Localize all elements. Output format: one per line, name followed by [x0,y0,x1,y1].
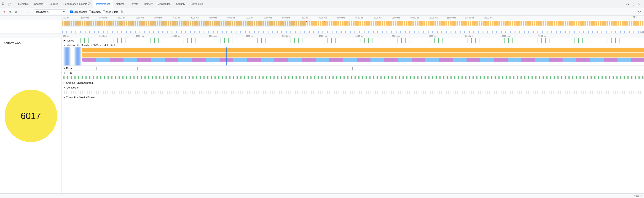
ruler-tick-7000: 7000 ms [300,17,319,19]
compositor-label[interactable]: ▼ Compositor [62,85,79,90]
gpu-arrow[interactable]: ▼ [64,72,66,74]
ruler-tick-4500: 4500 ms [209,17,227,19]
main-thread-label-text: Main — http://localhost:8080/schedule.ht… [66,44,114,47]
ruler-tick-11500: 11500 ms [465,17,484,19]
compositor-label-text: Compositor [66,86,79,89]
screenshots-label[interactable]: Screenshots [70,10,87,13]
web-vitals-checkbox[interactable] [103,10,106,13]
memory-checkbox[interactable] [89,10,92,13]
tab-performance-insights[interactable]: Performance insights ⚡ [61,0,93,8]
tab-security[interactable]: Security [173,0,188,8]
close-devtools-icon[interactable]: ✕ [637,1,642,7]
detail-ruler-6000: 6000 ms [465,35,502,37]
gpu-header: ▼ GPU [62,71,644,75]
main-task-orange-2 [82,53,644,58]
tab-elements[interactable]: Elements [15,0,31,8]
detail-ruler-3500: 3500 ms [282,35,319,37]
raster-tick-7 [517,67,517,70]
clear-button[interactable]: ⊘ [14,9,18,14]
record-button[interactable]: ● [2,9,6,14]
overview-area[interactable]: CPU NET [0,20,644,34]
raster-arrow[interactable]: ▶ [64,67,65,69]
ruler-tick-8000: 8000 ms [337,17,356,19]
ruler-tick-11000: 11000 ms [447,17,465,19]
svg-rect-3 [10,3,11,5]
web-vitals-label[interactable]: Web Vitals [103,10,118,13]
ruler-tick-7500: 7500 ms [319,17,337,19]
chrome-child-label[interactable]: ▶ Chrome_ChildIOThread [62,80,93,85]
chrome-child-arrow[interactable]: ▶ [64,82,65,84]
threadpool-arrow[interactable]: ▶ [64,96,65,99]
raster-content [74,66,644,71]
frames-content [64,38,644,43]
detail-ruler-1000: 1000 ms [99,35,136,37]
memory-checkbox-group: Memory [89,10,101,13]
reload-record-button[interactable]: ↺ [8,9,12,14]
chrome-child-tick [143,81,144,84]
detail-ruler-3000: 3000 ms [246,35,282,37]
tab-console[interactable]: Console [31,0,46,8]
threadpool-label-text: ThreadPoolServiceThread [66,96,95,99]
toolbar-separator-1 [32,10,32,14]
toolbar-separator-2 [68,10,68,14]
selected-range [62,20,306,27]
tab-performance[interactable]: Performance [93,0,113,8]
raster-tick-6 [352,67,353,70]
raster-tick-4 [188,67,188,70]
raster-tick-2 [138,67,138,70]
tab-sources[interactable]: Sources [46,0,60,8]
detail-ruler-1500: 1500 ms [136,35,172,37]
svg-line-1 [4,4,5,5]
tab-memory[interactable]: Memory [141,0,156,8]
main-thread-label[interactable]: ▼ Main — http://localhost:8080/schedule.… [62,43,114,47]
main-thread-header: ▼ Main — http://localhost:8080/schedule.… [62,43,644,47]
ruler-tick-5500: 5500 ms [246,17,264,19]
ruler-tick-8500: 8500 ms [356,17,374,19]
main-area: perform work 6017 ▶ Frames [0,38,644,194]
main-thread-arrow[interactable]: ▼ [64,44,66,46]
threadpool-content [95,95,644,100]
devtools-icons [1,1,14,7]
bottom-status: ©2024 ● [634,195,642,197]
gpu-label[interactable]: ▼ GPU [62,71,72,75]
tab-network[interactable]: Network [113,0,128,8]
cpu-label: CPU [633,16,637,18]
net-overview: NET [62,27,644,33]
ruler-tick-1500: 1500 ms [99,17,118,19]
device-toggle-icon[interactable] [7,1,12,7]
ruler-tick-9500: 9500 ms [392,17,410,19]
tab-application[interactable]: Application [156,0,173,8]
ruler-tick-1000: 1000 ms [81,17,99,19]
tab-bar: Elements Console Sources Performance ins… [0,0,644,8]
overview-ruler: 500 ms 1000 ms 1500 ms 2000 ms 2500 ms 3… [0,15,644,20]
inspect-icon[interactable] [1,1,6,7]
detail-ruler-2500: 2500 ms [209,35,246,37]
memory-label[interactable]: Memory [89,10,101,13]
settings-icon[interactable]: ⚙ [625,1,630,7]
more-options-icon[interactable]: ⋮ [631,1,636,7]
threadpool-label[interactable]: ▶ ThreadPoolServiceThread [62,95,95,100]
target-select[interactable]: localhost #1 [34,9,66,14]
detail-ruler-2000: 2000 ms [172,35,209,37]
frames-label[interactable]: ▶ Frames [62,38,64,43]
upload-button[interactable]: ↑ [20,9,24,14]
download-button[interactable]: ↓ [26,9,30,14]
compositor-arrow[interactable]: ▼ [64,87,66,89]
raster-label[interactable]: ▶ Raster [62,66,74,71]
main-thread-content[interactable] [62,47,644,66]
ruler-tick-2500: 2500 ms [136,17,154,19]
devtools-settings-icons: ⚙ ⋮ ✕ [625,1,644,7]
ruler-tick-3000: 3000 ms [154,17,172,19]
main-task-mixed [82,58,644,62]
delete-recording-button[interactable]: 🗑 [120,9,124,14]
threadpool-track: ▶ ThreadPoolServiceThread [62,95,644,100]
tab-lighthouse[interactable]: Lighthouse [188,0,206,8]
svg-rect-2 [8,3,10,5]
pie-chart-value: 6017 [20,111,41,121]
screenshots-checkbox[interactable] [70,10,73,13]
tab-layers[interactable]: Layers [128,0,141,8]
ruler-tick-9000: 9000 ms [374,17,392,19]
raster-tick-3 [146,67,147,70]
capture-settings-icon[interactable]: ⚙ [637,9,642,15]
left-panel: perform work 6017 [0,38,62,194]
